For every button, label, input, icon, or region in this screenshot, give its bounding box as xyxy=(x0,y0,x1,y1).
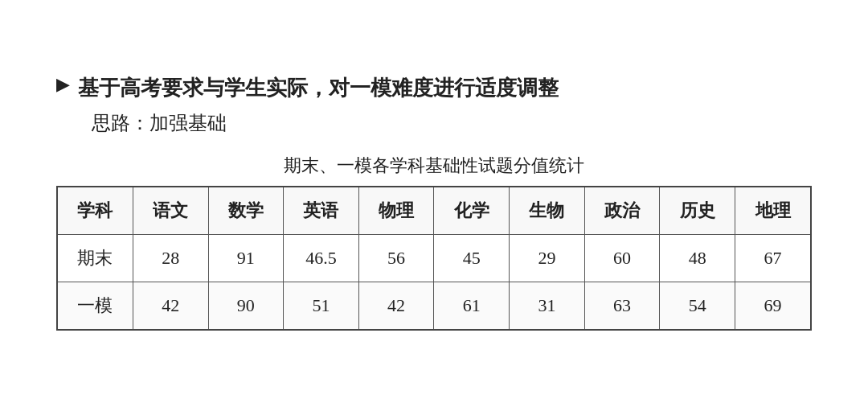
col-header-0: 学科 xyxy=(57,187,133,235)
cell-0-3: 56 xyxy=(358,235,434,282)
arrow-icon: ▶ xyxy=(56,74,70,95)
cell-1-2: 51 xyxy=(284,282,359,331)
table-header-row: 学科语文数学英语物理化学生物政治历史地理 xyxy=(57,187,811,235)
col-header-8: 历史 xyxy=(660,187,735,235)
table-row: 一模429051426131635469 xyxy=(57,282,811,331)
cell-0-8: 67 xyxy=(735,235,812,282)
cell-0-4: 45 xyxy=(434,235,510,282)
cell-1-8: 69 xyxy=(735,282,812,331)
col-header-1: 语文 xyxy=(133,187,208,235)
cell-1-7: 54 xyxy=(660,282,735,331)
heading-block: ▶ 基于高考要求与学生实际，对一模难度进行适度调整 xyxy=(56,72,812,104)
heading-line1: 基于高考要求与学生实际，对一模难度进行适度调整 xyxy=(78,72,559,104)
cell-1-3: 42 xyxy=(358,282,434,331)
col-header-2: 数学 xyxy=(208,187,284,235)
cell-0-2: 46.5 xyxy=(284,235,359,282)
cell-0-7: 48 xyxy=(660,235,735,282)
cell-1-5: 31 xyxy=(510,282,585,331)
col-header-7: 政治 xyxy=(584,187,660,235)
cell-1-6: 63 xyxy=(584,282,660,331)
row-label-0: 期末 xyxy=(57,235,133,282)
cell-1-1: 90 xyxy=(208,282,284,331)
data-table: 学科语文数学英语物理化学生物政治历史地理 期末289146.5564529604… xyxy=(56,186,812,331)
cell-0-6: 60 xyxy=(584,235,660,282)
cell-1-4: 61 xyxy=(434,282,510,331)
cell-0-5: 29 xyxy=(510,235,585,282)
row-label-1: 一模 xyxy=(57,282,133,331)
cell-0-0: 28 xyxy=(133,235,208,282)
col-header-6: 生物 xyxy=(510,187,585,235)
col-header-3: 英语 xyxy=(284,187,359,235)
table-row: 期末289146.5564529604867 xyxy=(57,235,811,282)
cell-1-0: 42 xyxy=(133,282,208,331)
heading-line2: 思路：加强基础 xyxy=(92,109,812,138)
col-header-5: 化学 xyxy=(434,187,510,235)
cell-0-1: 91 xyxy=(208,235,284,282)
col-header-4: 物理 xyxy=(358,187,434,235)
main-container: ▶ 基于高考要求与学生实际，对一模难度进行适度调整 思路：加强基础 期末、一模各… xyxy=(32,56,836,347)
table-title: 期末、一模各学科基础性试题分值统计 xyxy=(56,154,812,178)
col-header-9: 地理 xyxy=(735,187,812,235)
